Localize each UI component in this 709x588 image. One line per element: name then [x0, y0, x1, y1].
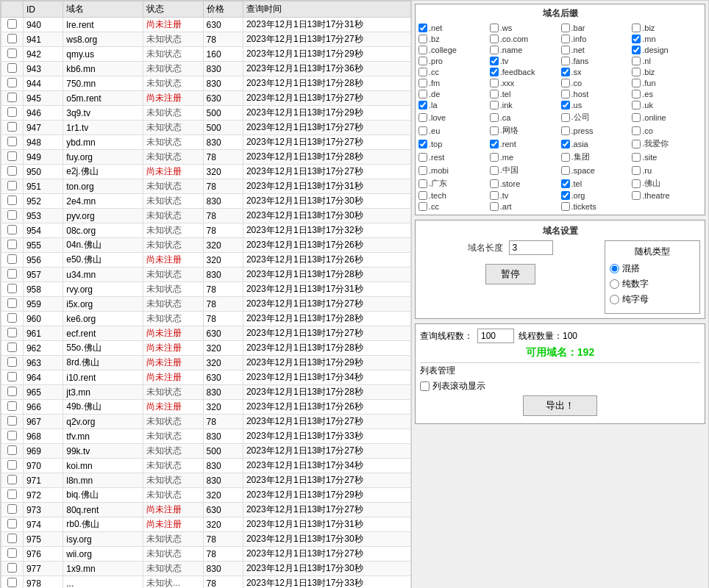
row-checkbox[interactable] — [7, 563, 17, 573]
suffix-checkbox[interactable] — [561, 191, 570, 200]
row-checkbox[interactable] — [7, 284, 17, 293]
row-checkbox-cell[interactable] — [1, 179, 24, 194]
suffix-checkbox[interactable] — [632, 126, 641, 135]
length-input[interactable] — [509, 240, 553, 255]
table-container[interactable]: ID 域名 状态 价格 查询时间 940 lre.rent 尚未注册 630 2… — [1, 1, 411, 588]
row-checkbox-cell[interactable] — [1, 517, 24, 532]
row-checkbox-cell[interactable] — [1, 297, 24, 312]
suffix-checkbox[interactable] — [561, 68, 570, 76]
suffix-item[interactable]: .ink — [490, 100, 560, 110]
row-checkbox-cell[interactable] — [1, 415, 24, 429]
row-checkbox[interactable] — [7, 519, 17, 528]
suffix-item[interactable]: .me — [490, 151, 560, 163]
suffix-item[interactable]: .name — [490, 45, 560, 55]
suffix-item[interactable]: .sx — [561, 67, 631, 77]
row-checkbox-cell[interactable] — [1, 503, 24, 517]
row-checkbox-cell[interactable] — [1, 429, 24, 444]
suffix-checkbox[interactable] — [418, 140, 427, 148]
row-checkbox-cell[interactable] — [1, 356, 24, 370]
radio-alpha[interactable]: 纯字母 — [610, 293, 695, 306]
suffix-checkbox[interactable] — [490, 113, 499, 122]
suffix-checkbox[interactable] — [632, 153, 641, 162]
row-checkbox-cell[interactable] — [1, 106, 24, 121]
suffix-checkbox[interactable] — [561, 46, 570, 54]
suffix-checkbox[interactable] — [561, 24, 570, 32]
suffix-item[interactable]: .theatre — [632, 190, 702, 201]
suffix-checkbox[interactable] — [632, 166, 641, 175]
row-checkbox[interactable] — [7, 181, 17, 190]
row-checkbox[interactable] — [7, 328, 17, 337]
suffix-checkbox[interactable] — [561, 79, 570, 87]
row-checkbox[interactable] — [7, 578, 17, 587]
suffix-checkbox[interactable] — [418, 24, 427, 32]
row-checkbox-cell[interactable] — [1, 444, 24, 459]
suffix-checkbox[interactable] — [490, 68, 499, 76]
row-checkbox[interactable] — [7, 122, 17, 132]
suffix-checkbox[interactable] — [632, 90, 641, 98]
row-checkbox-cell[interactable] — [1, 385, 24, 400]
suffix-item[interactable]: .bz — [418, 34, 488, 44]
row-checkbox-cell[interactable] — [1, 238, 24, 253]
suffix-checkbox[interactable] — [418, 126, 427, 135]
row-checkbox[interactable] — [7, 548, 17, 558]
suffix-checkbox[interactable] — [418, 68, 427, 76]
suffix-checkbox[interactable] — [418, 191, 427, 200]
row-checkbox[interactable] — [7, 490, 17, 499]
suffix-item[interactable]: .fans — [561, 56, 631, 66]
suffix-item[interactable]: .top — [418, 137, 488, 150]
row-checkbox[interactable] — [7, 445, 17, 455]
row-checkbox-cell[interactable] — [1, 135, 24, 150]
suffix-item[interactable]: .us — [561, 100, 631, 110]
row-checkbox-cell[interactable] — [1, 268, 24, 282]
row-checkbox-cell[interactable] — [1, 562, 24, 576]
row-checkbox-cell[interactable] — [1, 341, 24, 356]
row-checkbox-cell[interactable] — [1, 576, 24, 589]
row-checkbox[interactable] — [7, 475, 17, 484]
suffix-checkbox[interactable] — [418, 90, 427, 98]
suffix-checkbox[interactable] — [490, 179, 499, 188]
suffix-checkbox[interactable] — [561, 101, 570, 110]
suffix-item[interactable]: .ru — [632, 164, 702, 176]
suffix-item[interactable]: .tv — [490, 190, 560, 201]
suffix-item[interactable]: .tel — [561, 177, 631, 190]
row-checkbox[interactable] — [7, 137, 17, 146]
suffix-item[interactable]: .eu — [418, 124, 488, 137]
suffix-item[interactable]: .feedback — [490, 67, 560, 77]
suffix-item[interactable]: .bar — [561, 23, 631, 33]
suffix-checkbox[interactable] — [632, 24, 641, 32]
suffix-checkbox[interactable] — [490, 166, 499, 175]
row-checkbox[interactable] — [7, 343, 17, 352]
suffix-item[interactable]: .tv — [490, 56, 560, 66]
suffix-item[interactable]: .biz — [632, 67, 702, 77]
suffix-checkbox[interactable] — [561, 113, 570, 122]
row-checkbox[interactable] — [7, 460, 17, 470]
row-checkbox-cell[interactable] — [1, 121, 24, 135]
row-checkbox[interactable] — [7, 34, 17, 43]
suffix-item[interactable]: .公司 — [561, 111, 631, 123]
row-checkbox[interactable] — [7, 269, 17, 279]
list-scroll-checkbox[interactable] — [420, 381, 430, 391]
row-checkbox-cell[interactable] — [1, 91, 24, 106]
radio-numeric-input[interactable] — [610, 279, 619, 289]
suffix-item[interactable]: .space — [561, 164, 631, 176]
row-checkbox-cell[interactable] — [1, 488, 24, 503]
row-checkbox-cell[interactable] — [1, 473, 24, 488]
suffix-checkbox[interactable] — [632, 191, 641, 200]
suffix-checkbox[interactable] — [561, 90, 570, 98]
row-checkbox-cell[interactable] — [1, 32, 24, 47]
suffix-item[interactable]: .es — [632, 89, 702, 99]
row-checkbox[interactable] — [7, 225, 17, 234]
suffix-item[interactable]: .co — [561, 78, 631, 88]
suffix-item[interactable]: .info — [561, 34, 631, 44]
row-checkbox-cell[interactable] — [1, 150, 24, 165]
suffix-item[interactable]: .la — [418, 100, 488, 110]
suffix-item[interactable]: .tickets — [561, 201, 631, 212]
suffix-checkbox[interactable] — [490, 140, 499, 148]
suffix-item[interactable]: .net — [561, 45, 631, 55]
suffix-checkbox[interactable] — [490, 24, 499, 32]
suffix-checkbox[interactable] — [632, 68, 641, 76]
row-checkbox[interactable] — [7, 19, 17, 29]
suffix-checkbox[interactable] — [632, 179, 641, 188]
row-checkbox[interactable] — [7, 401, 17, 411]
suffix-checkbox[interactable] — [561, 166, 570, 175]
